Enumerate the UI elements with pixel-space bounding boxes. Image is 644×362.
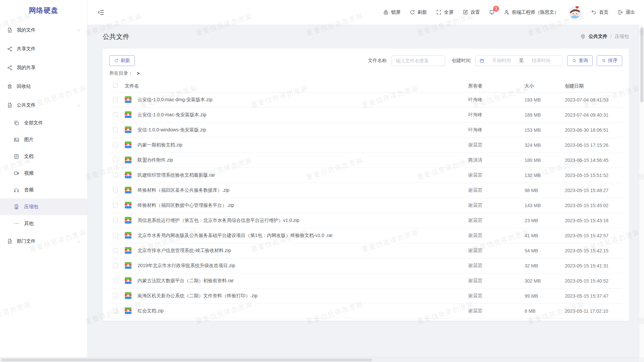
sidebar-item[interactable]: 文档 — [0, 148, 87, 165]
file-name[interactable]: 北京市水务局内网改版及公共服务基础平台建设项目（第1包：内网改版）终验验文档-v… — [138, 233, 468, 239]
header-action[interactable]: 刷新 — [410, 9, 427, 15]
table-row[interactable]: 内蒙一期初验文档.zip 谢晨芸 324 MB 2023-06-15 17:15… — [109, 138, 622, 153]
sidebar-item[interactable]: 共享文件 — [0, 40, 87, 58]
select-all-checkbox[interactable] — [113, 83, 118, 88]
table-row[interactable]: 内蒙古法院大数据平台（二期）初验前资料.rar 谢晨芸 302 MB 2023-… — [109, 274, 622, 289]
vertical-scrollbar-thumb[interactable] — [640, 27, 643, 103]
file-name[interactable]: 民建组织管理系统验收文档最新版.rar — [138, 172, 468, 178]
row-checkbox[interactable] — [113, 308, 118, 313]
file-name[interactable]: 云安信-1.0.0-mac-dmg-安装版本.zip — [138, 97, 468, 103]
row-checkbox[interactable] — [113, 203, 118, 207]
directory-arrow[interactable]: > — [137, 71, 140, 76]
row-checkbox[interactable] — [113, 173, 118, 177]
table-row[interactable]: 云安信-1.0.0-mac-dmg-安装版本.zip 叶海峰 193 MB 20… — [109, 93, 622, 108]
app-logo: 网络硬盘 — [0, 0, 87, 21]
header-action-label: 刷新 — [418, 9, 427, 15]
sidebar-item[interactable]: 视频 — [0, 165, 87, 182]
sidebar-item[interactable]: 压缩包 — [0, 198, 87, 215]
file-name[interactable]: 内蒙古法院大数据平台（二期）初验前资料.rar — [138, 278, 468, 284]
row-checkbox[interactable] — [113, 97, 118, 102]
table-row[interactable]: 终验材料（福田区数据中心管理服务平台）.zip 谢晨芸 143 MB 2023-… — [109, 198, 622, 213]
file-name[interactable]: 内蒙一期初验文档.zip — [138, 142, 468, 148]
sidebar-item-label: 公共文件 — [17, 102, 36, 108]
collapse-sidebar-icon[interactable] — [97, 9, 105, 16]
sidebar-item[interactable]: 图片 — [0, 131, 87, 148]
file-name[interactable]: 云安信-1.0.0-mac-免安装版本.zip — [138, 112, 468, 118]
refresh-button[interactable]: 刷新 — [109, 55, 135, 66]
table-row[interactable]: 安信-1.0.0-windows-免安装版.zip 叶海峰 153 MB 202… — [109, 123, 622, 138]
header-action[interactable]: 设置 — [463, 9, 480, 15]
file-name[interactable]: 南海区机关新办公系统（二期）文件资料（终验打印）.zip — [138, 293, 468, 299]
table-row[interactable]: 终验材料（福田区基本公共服务数据库）.zip 谢晨芸 98 MB 2023-05… — [109, 183, 622, 198]
file-owner: 谢晨芸 — [468, 233, 525, 239]
file-name[interactable]: 联盟办件附件.zip — [138, 157, 468, 163]
table-row[interactable]: 联盟办件附件.zip 商清清 180 MB 2023-06-15 14:56:4… — [109, 153, 622, 168]
file-size: 193 MB — [525, 97, 565, 103]
sort-button[interactable]: 排序 — [597, 55, 622, 66]
document-icon — [7, 27, 13, 33]
file-name[interactable]: 终验材料（福田区基本公共服务数据库）.zip — [138, 187, 468, 193]
zip-file-icon — [125, 277, 131, 284]
table-row[interactable]: 云安信-1.0.0-mac-免安装版本.zip 叶海峰 189 MB 2023-… — [109, 108, 622, 123]
sidebar-item[interactable]: 公共文件 — [0, 96, 87, 115]
file-name[interactable]: 安信-1.0.0-windows-免安装版.zip — [138, 127, 468, 133]
column-header-size: 大小 — [525, 83, 565, 89]
home-button[interactable]: 首页 — [591, 9, 608, 15]
horizontal-scrollbar-thumb[interactable] — [1, 359, 372, 361]
sidebar-item-label: 图片 — [24, 137, 34, 143]
topbar-action-group: 锁屏 刷新 全屏 — [383, 9, 480, 15]
table-row[interactable]: 南海区机关新办公系统（二期）文件资料（终验打印）.zip 谢晨芸 99 MB 2… — [109, 289, 622, 304]
chevron-up-icon — [77, 103, 81, 108]
sidebar-item[interactable]: 我的文件 — [0, 21, 87, 40]
avatar[interactable] — [569, 6, 581, 19]
breadcrumb-separator: / — [610, 34, 612, 39]
row-checkbox[interactable] — [113, 248, 118, 253]
zip-file-icon — [125, 187, 131, 193]
sidebar-item[interactable]: 回收站 — [0, 77, 87, 96]
sidebar-item[interactable]: 其他 — [0, 215, 87, 232]
logout-button[interactable]: 退出 — [618, 9, 635, 15]
sidebar-item[interactable]: 全部文件 — [0, 115, 87, 131]
file-name[interactable]: 北京市排水户信息管理系统-竣工验收材料.zip — [138, 248, 468, 254]
file-name[interactable]: 红会文档.zip — [138, 308, 468, 314]
query-button[interactable]: 查询 — [567, 55, 593, 66]
row-checkbox[interactable] — [113, 188, 118, 192]
table-row[interactable]: 北京市排水户信息管理系统-竣工验收材料.zip 谢晨芸 54 MB 2023-0… — [109, 243, 622, 258]
file-name[interactable]: 终验材料（福田区数据中心管理服务平台）.zip — [138, 202, 468, 208]
header-action[interactable]: 全屏 — [436, 9, 453, 15]
calendar-icon — [479, 58, 484, 63]
header-action-label: 锁屏 — [391, 9, 400, 15]
row-checkbox[interactable] — [113, 233, 118, 238]
end-date-placeholder[interactable]: 结束时间 — [524, 58, 559, 64]
filename-search-input[interactable] — [391, 55, 445, 66]
table-row[interactable]: 2019年北京市水行政审批系统升级改造项目.zip 谢晨芸 32 MB 2023… — [109, 258, 622, 274]
file-name[interactable]: 局信息系统运行维护（第五包：北京市水务局综合信息平台运行维护）v1.0.zip — [138, 218, 468, 224]
header-action[interactable]: 锁屏 — [383, 9, 400, 15]
column-header-owner: 所有者 — [468, 83, 525, 89]
filename-label: 文件名称 — [368, 58, 387, 64]
row-checkbox[interactable] — [113, 278, 118, 283]
row-checkbox[interactable] — [113, 112, 118, 117]
row-checkbox[interactable] — [113, 218, 118, 223]
sidebar-item[interactable]: 我的共享 — [0, 58, 87, 77]
sidebar-item[interactable]: 部门文件 — [0, 232, 87, 251]
exit-icon — [618, 9, 623, 15]
table-row[interactable]: 局信息系统运行维护（第五包：北京市水务局综合信息平台运行维护）v1.0.zip … — [109, 213, 622, 228]
file-name[interactable]: 2019年北京市水行政审批系统升级改造项目.zip — [138, 263, 468, 269]
row-checkbox[interactable] — [113, 263, 118, 268]
sidebar-item[interactable]: 音频 — [0, 182, 87, 198]
row-checkbox[interactable] — [113, 142, 118, 147]
user-menu[interactable]: 前端工程师（陈思文） — [504, 9, 559, 15]
row-checkbox[interactable] — [113, 127, 118, 132]
row-checkbox[interactable] — [113, 293, 118, 298]
start-date-placeholder[interactable]: 开始时间 — [484, 58, 519, 64]
notification-button[interactable]: 3 — [489, 9, 495, 15]
row-checkbox[interactable] — [113, 158, 118, 162]
table-row[interactable]: 民建组织管理系统验收文档最新版.rar 谢晨芸 132 MB 2023-05-1… — [109, 168, 622, 183]
table-row[interactable]: 北京市水务局内网改版及公共服务基础平台建设项目（第1包：内网改版）终验验文档-v… — [109, 228, 622, 243]
topbar: 锁屏 刷新 全屏 — [88, 0, 644, 24]
zip-icon — [13, 204, 19, 210]
breadcrumb-root[interactable]: 公共文件 — [589, 34, 607, 40]
table-row[interactable]: 红会文档.zip 谢晨芸 8 MB 2023-05-11 17:02:10 — [109, 304, 622, 319]
date-range-picker[interactable]: 开始时间 至 结束时间 — [475, 55, 562, 66]
